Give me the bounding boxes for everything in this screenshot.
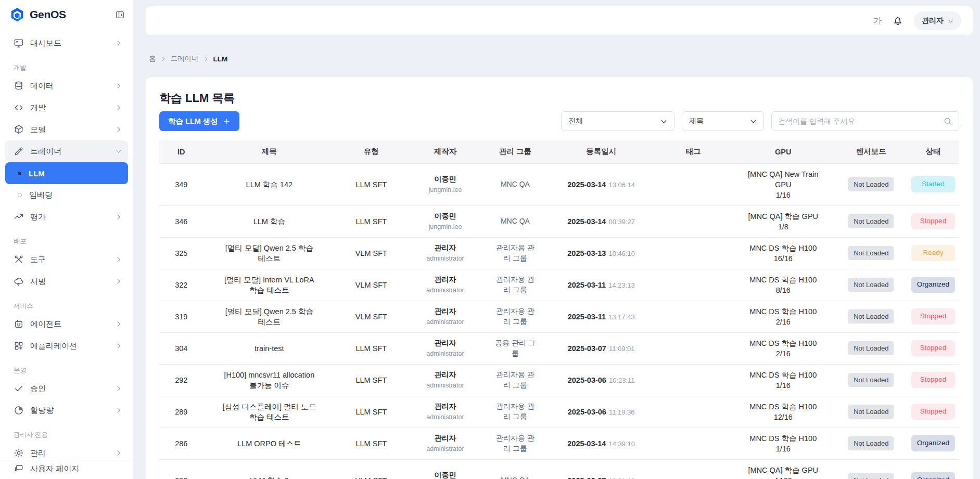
tensorboard-badge: Not Loaded	[848, 246, 894, 261]
registered-time: 11:19:36	[609, 408, 635, 416]
chevron-right-icon	[116, 256, 122, 263]
table-row[interactable]: 322 [멀티 모달] Intern VL LoRA 학습 테스트 VLM SF…	[159, 269, 959, 301]
sidebar-item-model[interactable]: 모델	[5, 119, 128, 140]
table-row[interactable]: 319 [멀티 모달] Qwen 2.5 학습 테스트 VLM SFT 관리자 …	[159, 301, 959, 332]
sidebar-header: GenOS	[0, 0, 133, 29]
chevron-down-icon	[948, 18, 953, 24]
llm-list-card: 학습 LLM 목록 학습 LLM 생성 전체 제목	[146, 77, 973, 479]
chevron-down-icon	[750, 118, 757, 125]
sidebar-subitem-llm[interactable]: LLM	[5, 162, 128, 184]
registered-date: 2025-03-14	[567, 439, 606, 448]
cell-tag	[655, 205, 731, 237]
sidebar-item-data[interactable]: 데이터	[5, 75, 128, 97]
cell-creator: 관리자 administrator	[407, 301, 483, 332]
sidebar-item-evaluation[interactable]: 평가	[5, 206, 128, 228]
cell-group: 관리자용 관리 그룹	[493, 402, 538, 422]
sidebar-item-label: 개발	[30, 103, 109, 113]
breadcrumb: 홈 트레이너 LLM	[149, 54, 973, 63]
sidebar-section-service: 서비스	[0, 299, 133, 313]
cell-title: [삼성 디스플레이] 멀티 노드 학습 테스트	[221, 402, 317, 422]
search-input[interactable]	[778, 117, 939, 125]
sidebar-item-tools[interactable]: 도구	[5, 249, 128, 270]
create-llm-button[interactable]: 학습 LLM 생성	[159, 111, 239, 131]
cell-tag	[655, 364, 731, 396]
sidebar-item-user-page[interactable]: 사용자 페이지	[0, 458, 133, 479]
creator-name: 관리자	[410, 275, 480, 284]
table-row[interactable]: 289 [삼성 디스플레이] 멀티 노드 학습 테스트 LLM SFT 관리자 …	[159, 396, 959, 428]
cell-group: 관리자용 관리 그룹	[493, 370, 538, 390]
gpu-name: MNC DS 학습 H100	[744, 243, 822, 253]
creator-id: administrator	[410, 318, 480, 327]
registered-time: 13:06:14	[608, 181, 635, 189]
table-row[interactable]: 304 train-test LLM SFT 관리자 administrator…	[159, 332, 959, 364]
cell-type: LLM SFT	[335, 364, 407, 396]
sidebar-item-label: 에이전트	[30, 319, 109, 329]
cell-tag	[655, 459, 731, 479]
field-filter-select[interactable]: 제목	[682, 111, 764, 131]
sidebar-item-agent[interactable]: 에이전트	[5, 313, 128, 335]
sidebar-item-dashboard[interactable]: 대시보드	[5, 32, 128, 54]
creator-name: 관리자	[410, 370, 480, 380]
table-row[interactable]: 283 VLM 학습 2 VLM SFT 이중민 jungmin.lee MNC…	[159, 459, 959, 479]
registered-date: 2025-03-13	[567, 249, 606, 257]
plus-icon	[223, 118, 231, 125]
sidebar-nav: 대시보드 개발 데이터 개발 모델 트레이너 LLM	[0, 29, 133, 479]
chevron-right-icon	[116, 450, 122, 456]
sidebar-item-quota[interactable]: 할당량	[5, 399, 128, 421]
table-row[interactable]: 286 LLM ORPO 테스트 LLM SFT 관리자 administrat…	[159, 428, 959, 459]
cell-tag	[655, 237, 731, 269]
chevron-down-icon	[660, 118, 667, 125]
cell-title: [H100] mncsvr11 allocation 불가능 이슈	[221, 370, 317, 391]
sidebar-item-develop[interactable]: 개발	[5, 97, 128, 119]
table-row[interactable]: 292 [H100] mncsvr11 allocation 불가능 이슈 LL…	[159, 364, 959, 396]
table-header: ID 제목 유형 제작자 관리 그룹 등록일시 태그 GPU 텐서보드 상태	[159, 140, 959, 163]
sidebar-item-application[interactable]: 애플리케이션	[5, 335, 128, 357]
registered-time: 14:23:13	[608, 281, 635, 289]
registered-date: 2025-03-07	[568, 344, 606, 353]
table-row[interactable]: 349 LLM 학습 142 LLM SFT 이중민 jungmin.lee M…	[159, 163, 959, 205]
cell-title: [멀티 모달] Qwen 2.5 학습 테스트	[221, 306, 317, 327]
cell-gpu: MNC DS 학습 H100 12/16	[744, 402, 822, 422]
registered-time: 00:39:27	[608, 218, 635, 226]
page-title: 학습 LLM 목록	[159, 90, 959, 106]
sidebar-collapse-icon[interactable]	[115, 10, 125, 20]
gpu-name: [MNC QA] 학습 GPU A100	[744, 465, 822, 479]
registered-time: 14:39:10	[608, 440, 635, 448]
status-badge: Stopped	[911, 340, 955, 356]
sidebar-item-serving[interactable]: 서빙	[5, 270, 128, 292]
chevron-right-icon	[116, 278, 122, 284]
search-icon[interactable]	[943, 116, 952, 126]
user-menu[interactable]: 관리자	[914, 11, 961, 30]
cell-creator: 관리자 administrator	[407, 396, 483, 428]
creator-name: 관리자	[410, 433, 480, 443]
cell-gpu: MNC DS 학습 H100 2/16	[744, 306, 822, 327]
cell-id: 325	[159, 237, 203, 269]
breadcrumb-trainer[interactable]: 트레이너	[171, 54, 199, 63]
scope-filter-select[interactable]: 전체	[561, 111, 674, 131]
registered-date: 2025-03-14	[567, 180, 606, 189]
table-row[interactable]: 325 [멀티 모달] Qwen 2.5 학습 테스트 VLM SFT 관리자 …	[159, 237, 959, 269]
table-row[interactable]: 346 LLM 학습 LLM SFT 이중민 jungmin.lee MNC Q…	[159, 205, 959, 237]
chevron-right-icon	[116, 105, 122, 111]
cell-gpu: MNC DS 학습 H100 2/16	[744, 338, 822, 359]
sidebar-item-label: 평가	[30, 212, 109, 222]
breadcrumb-home[interactable]: 홈	[149, 54, 156, 63]
status-badge: Stopped	[911, 308, 955, 325]
cell-registered: 2025-03-1310:46:10	[547, 237, 655, 269]
registered-time: 11:09:01	[609, 345, 635, 353]
cell-gpu: [MNC QA] 학습 GPU 1/8	[744, 211, 822, 232]
sidebar-item-approval[interactable]: 승인	[5, 378, 128, 399]
gpu-count: 1/16	[744, 190, 822, 200]
font-size-control[interactable]: 가	[873, 16, 882, 27]
cell-registered: 2025-03-1114:23:13	[547, 269, 655, 301]
column-header-tag: 태그	[655, 140, 731, 163]
sidebar-subitem-embedding[interactable]: 임베딩	[5, 184, 128, 206]
notification-bell-icon[interactable]	[892, 15, 903, 27]
sidebar-item-trainer[interactable]: 트레이너	[5, 140, 128, 162]
column-header-status: 상태	[907, 140, 959, 163]
cell-tag	[655, 332, 731, 364]
registered-date: 2025-03-11	[568, 313, 606, 321]
cell-tag	[655, 428, 731, 459]
cell-group: MNC QA	[493, 179, 538, 189]
column-header-group: 관리 그룹	[483, 140, 547, 163]
